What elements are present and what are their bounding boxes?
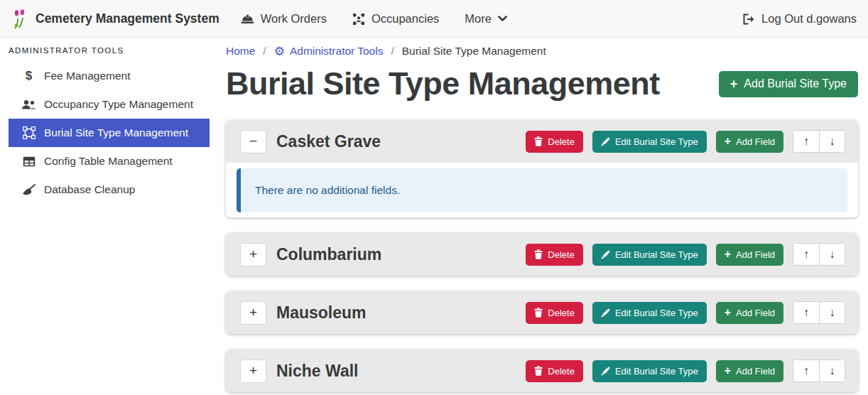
panel-casket-grave: − Casket Grave Delete Edit Burial Site T… <box>226 120 858 217</box>
expand-toggle-button[interactable]: + <box>240 243 266 266</box>
delete-button[interactable]: Delete <box>526 360 583 382</box>
panel-title: Columbarium <box>276 245 381 264</box>
breadcrumb-admin-tools-link[interactable]: ⚙ Administrator Tools <box>274 45 384 58</box>
nav-more[interactable]: More <box>465 12 507 26</box>
panel-header: + Niche Wall Delete Edit Burial Site Typ… <box>226 350 858 392</box>
burial-site-type-list: − Casket Grave Delete Edit Burial Site T… <box>226 120 858 392</box>
sidebar-item-database-cleanup[interactable]: Database Cleanup <box>9 175 210 204</box>
reorder-group: ↑ ↓ <box>793 243 845 266</box>
trash-icon <box>534 366 543 376</box>
no-fields-alert: There are no additional fields. <box>237 168 847 212</box>
gear-icon: ⚙ <box>274 45 285 58</box>
move-down-button[interactable]: ↓ <box>819 131 845 152</box>
panel-actions: Delete Edit Burial Site Type + Add Field… <box>526 130 845 153</box>
pencil-icon <box>601 308 610 318</box>
edit-burial-site-type-button[interactable]: Edit Burial Site Type <box>592 131 707 153</box>
move-up-button[interactable]: ↑ <box>793 244 819 265</box>
delete-label: Delete <box>548 366 575 377</box>
delete-label: Delete <box>548 249 575 260</box>
trash-icon <box>534 249 543 259</box>
expand-toggle-button[interactable]: + <box>240 301 266 325</box>
occupancy-frame-icon <box>352 13 365 26</box>
logout-button[interactable]: Log Out d.gowans <box>742 12 857 26</box>
sidebar-item-fee-management[interactable]: $ Fee Management <box>9 62 210 90</box>
add-field-label: Add Field <box>736 366 775 377</box>
nav-more-label: More <box>465 12 492 26</box>
edit-label: Edit Burial Site Type <box>615 366 698 377</box>
pencil-icon <box>601 250 610 259</box>
edit-burial-site-type-button[interactable]: Edit Burial Site Type <box>592 244 707 266</box>
move-down-button[interactable]: ↓ <box>819 302 845 323</box>
panel-header: + Mausoleum Delete Edit Burial Site Type… <box>226 291 858 334</box>
app-title: Cemetery Management System <box>36 11 219 26</box>
plus-icon: + <box>725 365 731 377</box>
breadcrumb-separator: / <box>263 45 266 58</box>
breadcrumb-admin-tools-label: Administrator Tools <box>290 45 384 58</box>
sidebar-item-occupancy-type[interactable]: Occupancy Type Management <box>9 90 210 119</box>
panel-columbarium: + Columbarium Delete Edit Burial Site Ty… <box>226 233 858 276</box>
logout-label: Log Out d.gowans <box>761 12 857 26</box>
collapse-toggle-button[interactable]: − <box>240 130 266 153</box>
reorder-group: ↑ ↓ <box>793 359 845 382</box>
reorder-group: ↑ ↓ <box>793 301 845 324</box>
add-burial-site-type-button[interactable]: + Add Burial Site Type <box>719 71 858 97</box>
tulip-logo-icon <box>11 9 28 29</box>
breadcrumb-current: Burial Site Type Management <box>402 45 546 58</box>
nav-work-orders-label: Work Orders <box>261 12 327 26</box>
delete-button[interactable]: Delete <box>526 244 583 266</box>
panel-niche-wall: + Niche Wall Delete Edit Burial Site Typ… <box>226 350 858 392</box>
panel-body: There are no additional fields. <box>226 163 858 217</box>
reorder-group: ↑ ↓ <box>793 130 845 153</box>
chevron-down-icon <box>498 16 507 22</box>
add-field-label: Add Field <box>736 249 775 260</box>
move-up-button[interactable]: ↑ <box>793 360 819 382</box>
delete-button[interactable]: Delete <box>526 131 583 153</box>
breadcrumb-home-link[interactable]: Home <box>226 45 255 58</box>
plus-icon: + <box>725 307 731 318</box>
expand-toggle-button[interactable]: + <box>240 359 266 383</box>
plus-icon: + <box>725 249 731 260</box>
nav-occupancies[interactable]: Occupancies <box>352 12 439 26</box>
move-down-button[interactable]: ↓ <box>819 360 845 382</box>
edit-burial-site-type-button[interactable]: Edit Burial Site Type <box>592 302 707 324</box>
add-field-label: Add Field <box>736 308 775 318</box>
top-navbar: Cemetery Management System Work Orders <box>0 0 868 38</box>
move-up-button[interactable]: ↑ <box>793 302 819 323</box>
panel-actions: Delete Edit Burial Site Type + Add Field… <box>526 243 845 266</box>
add-field-label: Add Field <box>736 136 775 147</box>
add-burial-site-type-label: Add Burial Site Type <box>744 77 847 90</box>
edit-label: Edit Burial Site Type <box>615 136 698 147</box>
sidebar-item-label: Fee Management <box>44 70 131 82</box>
page-title: Burial Site Type Management <box>226 65 660 103</box>
app-brand[interactable]: Cemetery Management System <box>11 9 219 29</box>
table-icon <box>21 156 36 167</box>
logout-icon <box>742 13 755 25</box>
trash-icon <box>534 136 543 146</box>
breadcrumb: Home / ⚙ Administrator Tools / Burial Si… <box>226 45 858 58</box>
sidebar-item-label: Occupancy Type Management <box>44 98 193 111</box>
panel-actions: Delete Edit Burial Site Type + Add Field… <box>526 359 845 382</box>
dollar-icon: $ <box>21 69 36 83</box>
sidebar-item-label: Config Table Management <box>44 155 173 168</box>
add-field-button[interactable]: + Add Field <box>716 360 783 382</box>
edit-burial-site-type-button[interactable]: Edit Burial Site Type <box>592 360 707 382</box>
sidebar-item-burial-site-type[interactable]: Burial Site Type Management <box>9 119 210 147</box>
move-down-button[interactable]: ↓ <box>819 244 845 265</box>
add-field-button[interactable]: + Add Field <box>716 302 783 324</box>
main-nav: Work Orders Occupancies More <box>241 12 507 26</box>
move-up-button[interactable]: ↑ <box>793 131 819 152</box>
nav-work-orders[interactable]: Work Orders <box>241 12 327 26</box>
plus-icon: + <box>725 136 731 147</box>
pencil-icon <box>601 367 610 376</box>
add-field-button[interactable]: + Add Field <box>716 131 783 153</box>
delete-button[interactable]: Delete <box>526 302 583 324</box>
sidebar-item-config-table[interactable]: Config Table Management <box>9 147 210 175</box>
main-content: Home / ⚙ Administrator Tools / Burial Si… <box>213 38 868 395</box>
edit-label: Edit Burial Site Type <box>615 249 698 260</box>
plus-icon: + <box>730 77 738 90</box>
nav-occupancies-label: Occupancies <box>371 12 439 26</box>
sidebar-item-label: Burial Site Type Management <box>44 126 188 139</box>
pencil-icon <box>601 137 610 146</box>
panel-title: Mausoleum <box>276 303 367 323</box>
add-field-button[interactable]: + Add Field <box>716 244 783 266</box>
